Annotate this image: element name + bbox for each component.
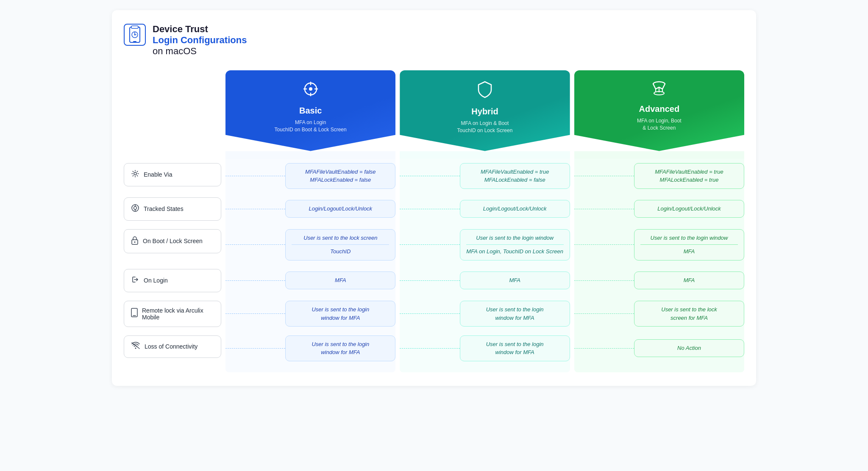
logo-icon <box>124 24 146 46</box>
svg-point-8 <box>309 87 312 91</box>
hybrid-boot-value: User is sent to the login windowMFA on L… <box>460 229 570 260</box>
on-login-label: On Login <box>144 277 168 284</box>
hybrid-tracked-cell: Login/Logout/Lock/Unlock <box>400 193 570 225</box>
login-icon <box>131 275 139 286</box>
tracked-states-icon <box>131 204 139 214</box>
mobile-icon <box>131 308 138 319</box>
label-tracked-states: Tracked States <box>124 193 221 225</box>
wifi-off-icon <box>131 342 140 352</box>
basic-subtitle: MFA on LoginTouchID on Boot & Lock Scree… <box>275 119 347 133</box>
header-empty-col <box>124 70 221 151</box>
advanced-title: Advanced <box>639 104 680 114</box>
label-on-login: On Login <box>124 265 221 296</box>
hybrid-login-value: MFA <box>460 272 570 289</box>
basic-connectivity-value: User is sent to the loginwindow for MFA <box>285 335 395 361</box>
basic-connectivity-cell: User is sent to the loginwindow for MFA <box>225 331 395 366</box>
tracked-states-label: Tracked States <box>144 205 184 212</box>
title-line3: on macOS <box>153 46 247 57</box>
enable-via-label: Enable Via <box>144 171 172 178</box>
hybrid-title: Hybrid <box>471 107 498 116</box>
basic-remote-value: User is sent to the loginwindow for MFA <box>285 301 395 327</box>
advanced-login-cell: MFA <box>574 265 744 296</box>
advanced-enable-via-cell: MFAFileVaultEnabled = trueMFALockEnabled… <box>574 159 744 193</box>
advanced-boot-value: User is sent to the login windowMFA <box>634 229 744 260</box>
on-boot-label: On Boot / Lock Screen <box>143 238 203 244</box>
advanced-remote-value: User is sent to the lockscreen for MFA <box>634 301 744 327</box>
title-line2: Login Configurations <box>153 35 247 46</box>
svg-point-17 <box>134 172 136 175</box>
advanced-boot-cell: User is sent to the login windowMFA <box>574 225 744 265</box>
hybrid-enable-via-cell: MFAFileVaultEnabled = trueMFALockEnabled… <box>400 159 570 193</box>
advanced-connectivity-cell: No Action <box>574 331 744 366</box>
hybrid-connectivity-cell: User is sent to the loginwindow for MFA <box>400 331 570 366</box>
label-loss-connectivity: Loss of Connectivity <box>124 331 221 366</box>
basic-tracked-value: Login/Logout/Lock/Unlock <box>285 200 395 218</box>
title-line1: Device Trust <box>153 24 247 35</box>
svg-point-26 <box>135 347 136 349</box>
basic-enable-via-value: MFAFileVaultEnabled = falseMFALockEnable… <box>285 163 395 189</box>
advanced-tracked-value: Login/Logout/Lock/Unlock <box>634 200 744 218</box>
basic-icon <box>302 80 319 101</box>
hybrid-boot-cell: User is sent to the login windowMFA on L… <box>400 225 570 265</box>
col-header-advanced: Advanced MFA on Login, Boot& Lock Screen <box>574 70 744 151</box>
advanced-tracked-cell: Login/Logout/Lock/Unlock <box>574 193 744 225</box>
lock-icon <box>131 236 139 247</box>
col-header-hybrid: Hybrid MFA on Login & BootTouchID on Loc… <box>400 70 570 151</box>
svg-point-5 <box>134 34 136 36</box>
advanced-connectivity-value: No Action <box>634 339 744 357</box>
advanced-icon <box>651 80 668 99</box>
hybrid-connectivity-value: User is sent to the loginwindow for MFA <box>460 335 570 361</box>
hybrid-login-cell: MFA <box>400 265 570 296</box>
title-block: Device Trust Login Configurations on mac… <box>153 24 247 57</box>
svg-rect-1 <box>131 26 138 28</box>
basic-login-cell: MFA <box>225 265 395 296</box>
page-container: Device Trust Login Configurations on mac… <box>112 10 756 386</box>
basic-login-value: MFA <box>285 272 395 289</box>
label-remote-lock: Remote lock via Arculix Mobile <box>124 296 221 331</box>
advanced-subtitle: MFA on Login, Boot& Lock Screen <box>637 117 682 132</box>
basic-enable-via-cell: MFAFileVaultEnabled = falseMFALockEnable… <box>225 159 395 193</box>
advanced-remote-cell: User is sent to the lockscreen for MFA <box>574 296 744 331</box>
hybrid-tracked-value: Login/Logout/Lock/Unlock <box>460 200 570 218</box>
label-on-boot: On Boot / Lock Screen <box>124 225 221 265</box>
basic-tracked-cell: Login/Logout/Lock/Unlock <box>225 193 395 225</box>
hybrid-icon <box>477 80 493 102</box>
advanced-login-value: MFA <box>634 272 744 289</box>
hybrid-remote-cell: User is sent to the loginwindow for MFA <box>400 296 570 331</box>
basic-title: Basic <box>299 106 322 116</box>
col-header-basic: Basic MFA on LoginTouchID on Boot & Lock… <box>225 70 395 151</box>
basic-boot-cell: User is sent to the lock screenTouchID <box>225 225 395 265</box>
label-enable-via: Enable Via <box>124 159 221 193</box>
remote-lock-label: Remote lock via Arculix Mobile <box>142 307 214 321</box>
advanced-enable-via-value: MFAFileVaultEnabled = trueMFALockEnabled… <box>634 163 744 189</box>
basic-remote-cell: User is sent to the loginwindow for MFA <box>225 296 395 331</box>
gear-icon <box>131 169 139 180</box>
basic-boot-value: User is sent to the lock screenTouchID <box>285 229 395 260</box>
hybrid-subtitle: MFA on Login & BootTouchID on Lock Scree… <box>457 120 513 134</box>
svg-point-19 <box>134 206 137 209</box>
hybrid-remote-value: User is sent to the loginwindow for MFA <box>460 301 570 327</box>
header-section: Device Trust Login Configurations on mac… <box>124 24 744 57</box>
loss-connectivity-label: Loss of Connectivity <box>145 343 198 350</box>
hybrid-enable-via-value: MFAFileVaultEnabled = trueMFALockEnabled… <box>460 163 570 189</box>
svg-point-23 <box>134 241 136 243</box>
main-grid: Basic MFA on LoginTouchID on Boot & Lock… <box>124 70 744 372</box>
